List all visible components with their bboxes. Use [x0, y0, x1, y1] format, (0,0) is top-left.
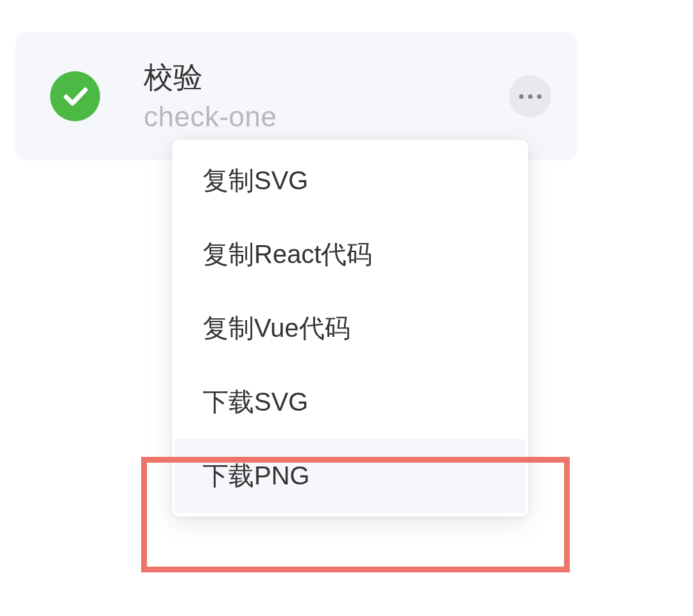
ellipsis-icon — [519, 94, 524, 99]
menu-item-copy-react[interactable]: 复制React代码 — [175, 218, 526, 291]
context-menu: 复制SVG 复制React代码 复制Vue代码 下载SVG 下载PNG — [172, 140, 528, 517]
menu-item-copy-vue[interactable]: 复制Vue代码 — [175, 291, 526, 365]
icon-title-en: check-one — [144, 101, 509, 133]
more-button[interactable] — [509, 75, 551, 117]
ellipsis-icon — [537, 94, 542, 99]
check-one-icon — [50, 71, 100, 121]
icon-titles: 校验 check-one — [144, 60, 509, 132]
icon-title-cn: 校验 — [144, 60, 509, 95]
menu-item-copy-svg[interactable]: 复制SVG — [175, 144, 526, 218]
menu-item-download-svg[interactable]: 下载SVG — [175, 365, 526, 439]
ellipsis-icon — [528, 94, 533, 99]
menu-item-download-png[interactable]: 下载PNG — [175, 439, 526, 513]
